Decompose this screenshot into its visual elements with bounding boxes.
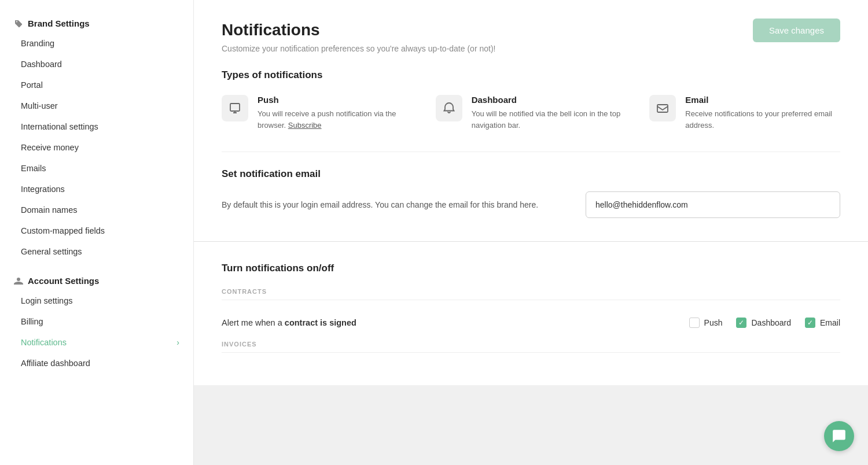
- notification-types: Push You will receive a push notificatio…: [222, 95, 840, 131]
- save-changes-button[interactable]: Save changes: [753, 19, 840, 42]
- types-section-title: Types of notifications: [222, 69, 840, 81]
- email-section: Set notification email By default this i…: [222, 152, 840, 218]
- notif-type-dashboard: Dashboard You will be notified via the b…: [436, 95, 627, 131]
- account-icon: [14, 276, 23, 286]
- brand-settings-label: Brand Settings: [28, 19, 90, 28]
- chat-bubble-button[interactable]: [824, 421, 854, 451]
- sidebar-item-custom-mapped-fields[interactable]: Custom-mapped fields: [0, 220, 193, 241]
- dashboard-description: You will be notified via the bell icon i…: [472, 108, 627, 131]
- sidebar-item-general-settings[interactable]: General settings: [0, 241, 193, 262]
- contract-label-prefix: Alert me when a: [222, 318, 285, 327]
- account-settings-label: Account Settings: [28, 276, 99, 286]
- sidebar-item-international-settings[interactable]: International settings: [0, 116, 193, 137]
- chevron-right-icon: ›: [176, 338, 179, 347]
- sidebar-item-billing[interactable]: Billing: [0, 311, 193, 332]
- email-title: Email: [685, 95, 840, 105]
- contract-signed-row: Alert me when a contract is signed Push …: [222, 309, 840, 336]
- main-content: Notifications Customize your notificatio…: [194, 0, 868, 465]
- contract-push-control[interactable]: Push: [689, 318, 723, 328]
- contract-signed-label: Alert me when a contract is signed: [222, 318, 356, 327]
- contracts-category-label: CONTRACTS: [222, 288, 840, 300]
- push-description: You will receive a push notification via…: [258, 108, 413, 131]
- contract-push-label: Push: [704, 318, 723, 327]
- email-row: By default this is your login email addr…: [222, 191, 840, 218]
- notifications-toggle-panel: Turn notifications on/off CONTRACTS Aler…: [194, 242, 868, 385]
- sidebar-item-receive-money[interactable]: Receive money: [0, 137, 193, 158]
- push-content: Push You will receive a push notificatio…: [258, 95, 413, 131]
- tag-icon: [14, 19, 23, 28]
- contract-push-checkbox[interactable]: [689, 318, 700, 328]
- svg-rect-1: [657, 105, 668, 112]
- sidebar-item-domain-names[interactable]: Domain names: [0, 200, 193, 220]
- invoices-divider: [222, 352, 840, 353]
- subscribe-link[interactable]: Subscribe: [288, 121, 322, 130]
- sidebar-item-branding[interactable]: Branding: [0, 33, 193, 54]
- sidebar-item-login-settings[interactable]: Login settings: [0, 290, 193, 311]
- email-section-title: Set notification email: [222, 168, 840, 180]
- chat-icon: [832, 429, 847, 444]
- page-title: Notifications: [222, 21, 840, 39]
- account-settings-section: Account Settings: [0, 271, 193, 290]
- sidebar-item-affiliate-dashboard[interactable]: Affiliate dashboard: [0, 353, 193, 374]
- email-desc: By default this is your login email addr…: [222, 198, 562, 211]
- contract-dashboard-control[interactable]: ✓ Dashboard: [736, 318, 791, 328]
- sidebar-item-dashboard[interactable]: Dashboard: [0, 54, 193, 75]
- notification-email-input[interactable]: [586, 191, 840, 218]
- contract-email-label: Email: [820, 318, 840, 327]
- sidebar-item-notifications[interactable]: Notifications›: [0, 332, 193, 353]
- contract-dashboard-label: Dashboard: [751, 318, 791, 327]
- email-icon: [649, 95, 676, 121]
- sidebar: Brand Settings BrandingDashboardPortalMu…: [0, 0, 194, 465]
- brand-settings-section: Brand Settings: [0, 14, 193, 33]
- sidebar-item-portal[interactable]: Portal: [0, 75, 193, 95]
- push-title: Push: [258, 95, 413, 105]
- page-subtitle: Customize your notification preferences …: [222, 44, 840, 53]
- sidebar-item-multi-user[interactable]: Multi-user: [0, 95, 193, 116]
- notif-type-email: Email Receive notifications to your pref…: [649, 95, 840, 131]
- contract-controls: Push ✓ Dashboard ✓ Email: [689, 318, 840, 328]
- sidebar-item-emails[interactable]: Emails: [0, 158, 193, 179]
- dashboard-bell-icon: [436, 95, 462, 121]
- contract-label-bold: contract is signed: [285, 318, 356, 327]
- dashboard-content: Dashboard You will be notified via the b…: [472, 95, 627, 131]
- notifications-header-panel: Notifications Customize your notificatio…: [194, 0, 868, 242]
- email-content: Email Receive notifications to your pref…: [685, 95, 840, 131]
- contract-email-control[interactable]: ✓ Email: [805, 318, 840, 328]
- contract-email-checkbox[interactable]: ✓: [805, 318, 815, 328]
- notif-type-push: Push You will receive a push notificatio…: [222, 95, 413, 131]
- sidebar-item-integrations[interactable]: Integrations: [0, 179, 193, 200]
- push-icon: [222, 95, 248, 121]
- svg-rect-0: [230, 104, 240, 111]
- dashboard-title: Dashboard: [472, 95, 627, 105]
- contract-dashboard-checkbox[interactable]: ✓: [736, 318, 746, 328]
- toggle-section-title: Turn notifications on/off: [222, 263, 840, 274]
- email-description: Receive notifications to your preferred …: [685, 108, 840, 131]
- contracts-divider: [222, 300, 840, 300]
- invoices-category-label: INVOICES: [222, 341, 840, 352]
